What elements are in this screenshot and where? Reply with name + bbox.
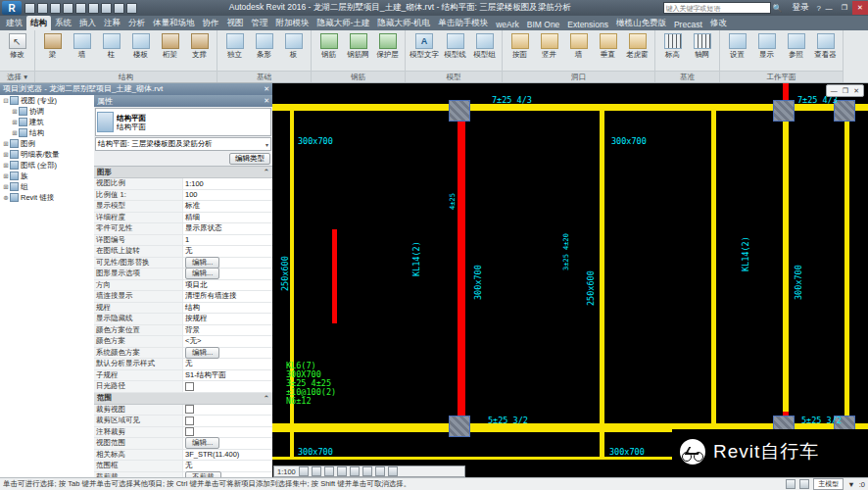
tree-item-建筑[interactable]: ⊞建筑: [0, 117, 94, 127]
property-value[interactable]: 100: [183, 190, 272, 199]
close-icon[interactable]: ✕: [264, 85, 269, 93]
tree-item-族[interactable]: ⊞族: [0, 171, 94, 181]
ribbon-button-参照[interactable]: 参照: [782, 32, 810, 61]
checkbox[interactable]: [185, 405, 194, 414]
visual-style-icon[interactable]: [312, 466, 321, 476]
3d-view-icon[interactable]: [126, 3, 137, 14]
type-preview[interactable]: 结构平面 结构平面: [95, 108, 271, 136]
beam-annotation[interactable]: 300x700: [794, 265, 803, 300]
ribbon-button-独立[interactable]: 独立: [220, 32, 249, 61]
ribbon-tab-weArk[interactable]: weArk: [492, 18, 523, 30]
tag-icon[interactable]: [101, 3, 112, 14]
beam-annotation[interactable]: 3±25 4±20: [562, 233, 570, 270]
ribbon-button-柱[interactable]: 柱: [97, 32, 125, 61]
ribbon-tab-系统[interactable]: 系统: [51, 16, 75, 30]
checkbox[interactable]: [185, 382, 194, 391]
print-icon[interactable]: [75, 3, 86, 14]
property-value[interactable]: <无>: [183, 336, 272, 346]
property-value[interactable]: 3F_STR(11.400): [183, 450, 272, 459]
beam-annotation[interactable]: 4±25: [449, 193, 457, 210]
beam[interactable]: [844, 104, 849, 460]
ribbon-button-设置[interactable]: 设置: [723, 32, 751, 61]
property-edit-button[interactable]: 编辑...: [185, 268, 219, 279]
tree-item-图例[interactable]: ⊞图例: [0, 138, 94, 149]
revit-app-icon[interactable]: R: [2, 1, 22, 15]
ribbon-button-老虎窗[interactable]: 老虎窗: [623, 32, 651, 61]
expand-icon[interactable]: ⊞: [11, 129, 19, 137]
view-minimize-button[interactable]: —: [831, 87, 838, 94]
temporary-hide-icon[interactable]: [375, 466, 385, 476]
close-button[interactable]: ✕: [852, 1, 868, 15]
property-value[interactable]: 1:100: [183, 179, 272, 188]
properties-section-图形[interactable]: 图形⌃: [94, 167, 272, 178]
expand-icon[interactable]: ⊞: [11, 108, 19, 116]
active-model-select[interactable]: 主模型: [813, 478, 844, 490]
ribbon-button-模型组[interactable]: 模型组: [470, 32, 499, 61]
view-restore-button[interactable]: ❐: [843, 87, 848, 95]
ribbon-tab-修改[interactable]: 修改: [706, 16, 731, 30]
shadows-icon[interactable]: [337, 466, 347, 476]
ribbon-button-桁架[interactable]: 桁架: [156, 32, 184, 61]
property-value[interactable]: 按规程: [183, 314, 272, 323]
ribbon-button-钢筋网[interactable]: 钢筋网: [344, 32, 372, 61]
expand-icon[interactable]: ⊞: [2, 140, 10, 148]
ribbon-button-墙[interactable]: 墙: [564, 32, 593, 61]
column[interactable]: [449, 416, 470, 437]
expand-icon[interactable]: ⊞: [11, 119, 19, 126]
tree-item-图纸 (全部)[interactable]: ⊞图纸 (全部): [0, 160, 94, 171]
property-value[interactable]: 显示原状态: [183, 223, 272, 233]
minimize-button[interactable]: —: [821, 1, 837, 15]
sun-icon[interactable]: [324, 466, 334, 476]
ribbon-button-查看器[interactable]: 查看器: [811, 32, 840, 61]
worksets-icon[interactable]: [786, 479, 796, 489]
property-value[interactable]: 无: [183, 359, 272, 368]
ribbon-button-竖井[interactable]: 竖井: [535, 32, 563, 61]
project-browser-titlebar[interactable]: 项目浏览器 - 龙湖二层别墅项目_土建_砌体.rvt ✕: [0, 82, 272, 95]
properties-header[interactable]: 属性 ✕: [94, 95, 272, 107]
type-selector[interactable]: 结构平面: 三层梁楼板图及梁筋分析 ▾: [95, 137, 271, 151]
column[interactable]: [449, 100, 470, 122]
ribbon-button-条形[interactable]: 条形: [250, 32, 278, 61]
ribbon-tab-管理[interactable]: 管理: [248, 16, 272, 30]
property-value[interactable]: 清理所有墙连接: [183, 291, 272, 301]
ribbon-tab-隐藏大师-土建[interactable]: 隐藏大师-土建: [313, 16, 374, 30]
expand-icon[interactable]: ⊞: [2, 183, 10, 191]
ribbon-tab-建筑[interactable]: 建筑: [2, 16, 26, 30]
reveal-hidden-icon[interactable]: [388, 466, 398, 476]
beam-annotation[interactable]: KL14(2): [411, 241, 421, 276]
expand-icon[interactable]: ⊕: [2, 194, 10, 202]
signin-button[interactable]: 登录: [793, 2, 809, 14]
tree-item-视图 (专业)[interactable]: ⊟视图 (专业): [0, 95, 94, 106]
maximize-button[interactable]: ❐: [837, 1, 852, 15]
property-value[interactable]: 无: [183, 461, 272, 470]
expand-icon[interactable]: ⊟: [2, 97, 10, 105]
ribbon-tab-附加模块[interactable]: 附加模块: [272, 16, 313, 30]
property-value[interactable]: 结构: [183, 303, 272, 313]
ribbon-button-墙[interactable]: 墙: [68, 32, 96, 61]
beam-annotation[interactable]: KL14(2): [741, 236, 750, 271]
beam-annotation[interactable]: 7±25 4/3: [492, 95, 532, 105]
ribbon-tab-Extensions[interactable]: Extensions: [563, 18, 612, 30]
beam-annotation[interactable]: 300x700: [611, 136, 647, 146]
beam-annotation[interactable]: N6±12: [286, 396, 312, 406]
ribbon-button-板[interactable]: 板: [279, 32, 308, 61]
ribbon-tab-单击助手模块[interactable]: 单击助手模块: [434, 16, 492, 30]
ribbon-button-梁[interactable]: 梁: [38, 32, 67, 61]
column[interactable]: [773, 100, 795, 122]
ribbon-tab-分析[interactable]: 分析: [124, 16, 149, 30]
property-value[interactable]: 标准: [183, 201, 272, 211]
beam[interactable]: [711, 104, 716, 460]
search-icon[interactable]: 🔍: [773, 4, 783, 13]
checkbox[interactable]: [185, 416, 194, 425]
ribbon-button-模型文字[interactable]: 模型文字: [409, 32, 440, 61]
tree-item-协调[interactable]: ⊞协调: [0, 106, 94, 117]
measure-icon[interactable]: [88, 3, 99, 14]
beam-annotation[interactable]: 300x700: [298, 136, 333, 146]
save-icon[interactable]: [37, 3, 48, 14]
property-edit-button[interactable]: 编辑...: [185, 347, 219, 359]
ribbon-button-模型线[interactable]: 模型线: [441, 32, 469, 61]
ribbon-button-保护层[interactable]: 保护层: [373, 32, 402, 61]
ribbon-button-修改[interactable]: 修改: [3, 32, 31, 61]
tree-item-组[interactable]: ⊞组: [0, 181, 94, 192]
beam[interactable]: [600, 104, 604, 460]
